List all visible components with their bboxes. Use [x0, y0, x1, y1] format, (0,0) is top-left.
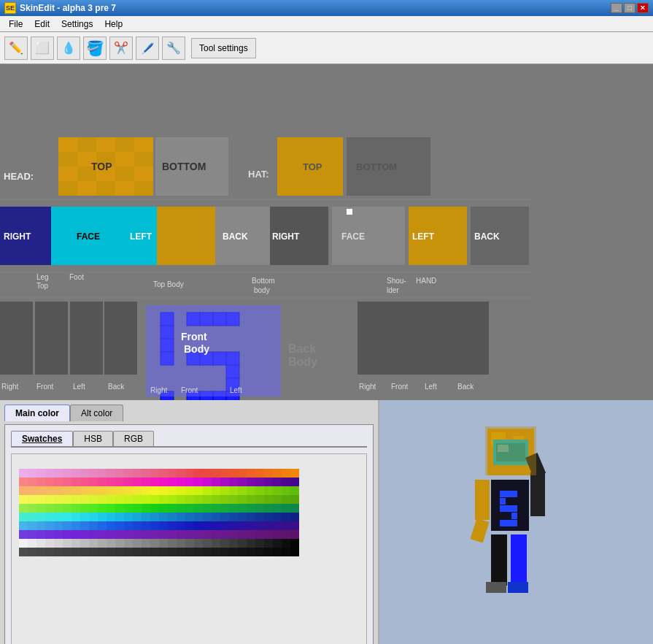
color-swatch[interactable]	[282, 539, 290, 548]
color-swatch[interactable]	[107, 495, 115, 504]
menu-help[interactable]: Help	[98, 18, 128, 31]
color-swatch[interactable]	[185, 548, 194, 556]
color-swatch[interactable]	[28, 513, 36, 521]
color-swatch[interactable]	[247, 478, 255, 486]
color-swatch[interactable]	[36, 513, 45, 521]
brush-tool-button[interactable]: 🖊️	[136, 37, 159, 60]
color-swatch[interactable]	[107, 513, 115, 521]
color-swatch[interactable]	[133, 478, 142, 486]
color-swatch[interactable]	[142, 521, 150, 530]
color-swatch[interactable]	[133, 486, 142, 495]
color-swatch[interactable]	[89, 521, 98, 530]
color-swatch[interactable]	[89, 513, 98, 521]
color-swatch[interactable]	[194, 478, 203, 486]
color-swatch[interactable]	[133, 539, 142, 548]
rgb-tab[interactable]: RGB	[113, 431, 154, 446]
color-swatch[interactable]	[80, 530, 89, 539]
color-swatch[interactable]	[273, 539, 282, 548]
color-swatch[interactable]	[238, 548, 247, 556]
color-swatch[interactable]	[255, 469, 264, 478]
color-swatch[interactable]	[19, 495, 28, 504]
color-swatch[interactable]	[19, 539, 28, 548]
color-swatch[interactable]	[36, 504, 45, 513]
color-swatch[interactable]	[45, 539, 54, 548]
move-tool-button[interactable]: ✂️	[109, 37, 133, 60]
color-swatch[interactable]	[212, 486, 220, 495]
color-swatch[interactable]	[168, 521, 177, 530]
color-swatch[interactable]	[159, 530, 168, 539]
color-swatch[interactable]	[177, 469, 185, 478]
color-swatch[interactable]	[238, 495, 247, 504]
color-swatch[interactable]	[36, 548, 45, 556]
menu-settings[interactable]: Settings	[55, 18, 98, 31]
color-swatch[interactable]	[19, 469, 28, 478]
color-swatch[interactable]	[142, 539, 150, 548]
color-swatch[interactable]	[142, 469, 150, 478]
color-swatch[interactable]	[194, 530, 203, 539]
color-swatch[interactable]	[203, 478, 212, 486]
color-swatch[interactable]	[80, 548, 89, 556]
color-swatch[interactable]	[159, 521, 168, 530]
color-swatch[interactable]	[133, 521, 142, 530]
color-swatch[interactable]	[28, 504, 36, 513]
color-swatch[interactable]	[19, 513, 28, 521]
color-swatch[interactable]	[45, 513, 54, 521]
color-swatch[interactable]	[54, 530, 63, 539]
color-swatch[interactable]	[115, 513, 124, 521]
color-swatch[interactable]	[238, 478, 247, 486]
color-swatch[interactable]	[45, 548, 54, 556]
color-swatch[interactable]	[150, 486, 159, 495]
color-swatch[interactable]	[238, 539, 247, 548]
color-swatch[interactable]	[115, 521, 124, 530]
pencil-tool-button[interactable]: ✏️	[4, 37, 28, 60]
color-swatch[interactable]	[36, 521, 45, 530]
color-swatch[interactable]	[229, 539, 238, 548]
color-swatch[interactable]	[115, 530, 124, 539]
color-swatch[interactable]	[220, 478, 229, 486]
color-swatch[interactable]	[212, 495, 220, 504]
color-swatch[interactable]	[159, 513, 168, 521]
color-swatch[interactable]	[212, 548, 220, 556]
color-swatch[interactable]	[124, 530, 133, 539]
color-swatch[interactable]	[80, 513, 89, 521]
color-swatch[interactable]	[247, 486, 255, 495]
color-swatch[interactable]	[115, 478, 124, 486]
color-swatch[interactable]	[247, 495, 255, 504]
color-swatch[interactable]	[238, 486, 247, 495]
color-swatch[interactable]	[220, 504, 229, 513]
color-swatch[interactable]	[72, 548, 80, 556]
color-swatch[interactable]	[290, 486, 299, 495]
color-swatch[interactable]	[290, 539, 299, 548]
color-swatch[interactable]	[159, 548, 168, 556]
color-swatch[interactable]	[290, 495, 299, 504]
color-swatch[interactable]	[203, 539, 212, 548]
color-swatch[interactable]	[98, 504, 107, 513]
color-swatch[interactable]	[247, 548, 255, 556]
close-button[interactable]: ✕	[637, 3, 649, 13]
color-swatch[interactable]	[264, 504, 273, 513]
color-swatch[interactable]	[177, 504, 185, 513]
color-swatch[interactable]	[124, 486, 133, 495]
color-swatch[interactable]	[185, 478, 194, 486]
color-swatch[interactable]	[282, 495, 290, 504]
color-swatch[interactable]	[72, 539, 80, 548]
color-swatch[interactable]	[28, 530, 36, 539]
color-swatch[interactable]	[150, 548, 159, 556]
color-swatch[interactable]	[19, 504, 28, 513]
color-swatch[interactable]	[54, 548, 63, 556]
color-swatch[interactable]	[115, 504, 124, 513]
color-swatch[interactable]	[45, 521, 54, 530]
color-swatch[interactable]	[133, 530, 142, 539]
color-swatch[interactable]	[80, 486, 89, 495]
color-swatch[interactable]	[194, 469, 203, 478]
fill-tool-button[interactable]: 🪣	[83, 37, 107, 60]
color-swatch[interactable]	[159, 504, 168, 513]
color-swatch[interactable]	[229, 495, 238, 504]
color-swatch[interactable]	[229, 478, 238, 486]
color-swatch[interactable]	[107, 548, 115, 556]
color-swatch[interactable]	[63, 539, 72, 548]
color-swatch[interactable]	[142, 530, 150, 539]
color-swatch[interactable]	[107, 486, 115, 495]
color-swatch[interactable]	[282, 521, 290, 530]
color-swatch[interactable]	[185, 530, 194, 539]
